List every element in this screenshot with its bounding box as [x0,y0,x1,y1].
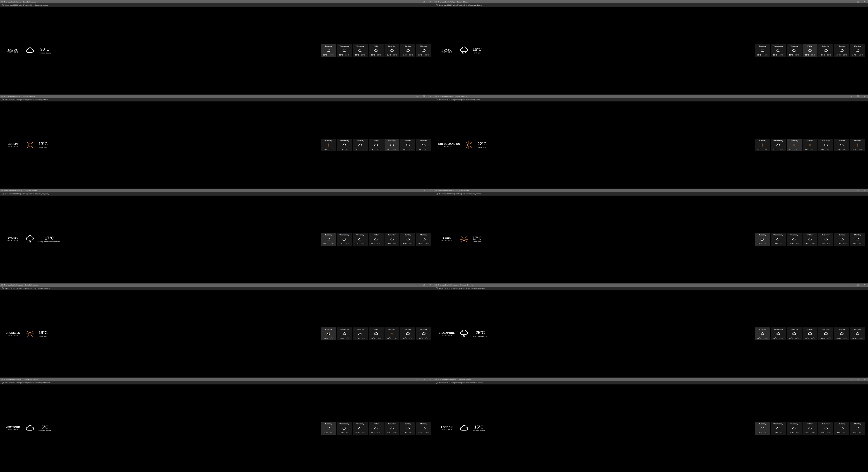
address-bar[interactable]: localhost:8000/Project3/project3.html?co… [434,287,868,290]
forecast-day[interactable]: Wednesday 31°C 28°C [337,44,352,57]
info-icon[interactable] [436,286,438,290]
window-titlebar[interactable]: The weather in NewYork - Google Chrome —… [0,378,434,381]
address-bar[interactable]: localhost:8000/Project3/project3.html?co… [434,98,868,101]
forecast-day[interactable]: Wednesday 15°C 12°C [771,44,786,57]
forecast-day[interactable]: Wednesday 22°C 15°C [337,233,352,246]
forecast-day[interactable]: Friday 12°C 9°C [803,422,817,435]
info-icon[interactable] [2,3,4,7]
forecast-day[interactable]: Sunday 17°C 11°C [400,422,415,435]
forecast-day[interactable]: Tuesday 30°C 25°C [755,327,770,340]
address-bar[interactable]: localhost:8000/Project3/project3.html?co… [0,192,434,196]
forecast-day[interactable]: Wednesday 18°C 9°C [771,233,786,246]
info-icon[interactable] [2,192,4,196]
forecast-day[interactable]: Tuesday 15°C 9°C [755,422,770,435]
forecast-day[interactable]: Thursday 25°C 20°C [787,139,802,151]
forecast-day[interactable]: Thursday 9°C 7°C [353,139,368,151]
forecast-day[interactable]: Sunday 14°C 10°C [834,233,849,246]
forecast-day[interactable]: Sunday 13°C 5°C [400,327,415,340]
forecast-day[interactable]: Friday 23°C 15°C [803,44,817,57]
minimize-button[interactable]: — [849,95,854,97]
info-icon[interactable] [2,97,4,101]
info-icon[interactable] [436,97,438,101]
maximize-button[interactable]: ☐ [855,95,861,97]
address-bar[interactable]: localhost:8000/Project3/project3.html?co… [434,192,868,196]
forecast-day[interactable]: Sunday 13°C 5°C [400,139,415,151]
minimize-button[interactable]: — [415,378,420,380]
forecast-day[interactable]: Sunday 24°C 18°C [834,44,849,57]
forecast-day[interactable]: Saturday 19°C 16°C [384,233,399,246]
window-titlebar[interactable]: The weather in Rio - Google Chrome — ☐ ✕ [434,95,868,98]
forecast-day[interactable]: Monday 31°C 28°C [416,44,431,57]
window-titlebar[interactable]: The weather in Singapore - Google Chrome… [434,283,868,287]
close-button[interactable]: ✕ [428,190,433,192]
forecast-day[interactable]: Saturday 25°C 18°C [818,44,833,57]
info-icon[interactable] [436,381,438,385]
forecast-day[interactable]: Wednesday 15°C 7°C [771,422,786,435]
forecast-day[interactable]: Monday 24°C 18°C [850,44,865,57]
address-bar[interactable]: localhost:8000/Project3/project3.html?co… [434,3,868,7]
forecast-day[interactable]: Thursday 15°C 8°C [353,422,368,435]
forecast-day[interactable]: Thursday 20°C 14°C [353,233,368,246]
address-bar[interactable]: localhost:8000/Project3/project3.html?co… [0,3,434,7]
forecast-day[interactable]: Tuesday 19°C 12°C [755,44,770,57]
forecast-day[interactable]: Tuesday 17°C 9°C [755,233,770,246]
forecast-day[interactable]: Wednesday 11°C 4°C [337,139,352,151]
minimize-button[interactable]: — [415,1,420,3]
address-bar[interactable]: localhost:8000/Project3/project3.html?co… [0,287,434,290]
maximize-button[interactable]: ☐ [855,190,861,192]
close-button[interactable]: ✕ [862,190,867,192]
forecast-day[interactable]: Thursday 17°C 6°C [353,327,368,340]
forecast-day[interactable]: Tuesday 25°C 19°C [755,139,770,151]
window-titlebar[interactable]: The weather in Tokyo - Google Chrome — ☐… [434,0,868,3]
address-bar[interactable]: localhost:8000/Project3/project3.html?co… [434,381,868,384]
minimize-button[interactable]: — [849,378,854,380]
minimize-button[interactable]: — [415,284,420,286]
close-button[interactable]: ✕ [428,95,433,97]
forecast-day[interactable]: Saturday 31°C 28°C [384,44,399,57]
maximize-button[interactable]: ☐ [421,190,427,192]
forecast-day[interactable]: Thursday 15°C 8°C [787,422,802,435]
forecast-day[interactable]: Friday 19°C 8°C [803,233,817,246]
close-button[interactable]: ✕ [862,284,867,286]
forecast-day[interactable]: Wednesday 13°C 5°C [337,422,352,435]
maximize-button[interactable]: ☐ [855,378,861,380]
forecast-day[interactable]: Friday 12°C 6°C [369,327,383,340]
minimize-button[interactable]: — [415,190,420,192]
forecast-day[interactable]: Friday 17°C 11°C [369,422,383,435]
address-bar[interactable]: localhost:8000/Project3/project3.html?co… [0,381,434,384]
forecast-day[interactable]: Sunday 31°C 28°C [400,44,415,57]
forecast-day[interactable]: Sunday 30°C 26°C [834,327,849,340]
forecast-day[interactable]: Tuesday 24°C 17°C [321,233,336,246]
forecast-day[interactable]: Wednesday 25°C 20°C [771,139,786,151]
forecast-day[interactable]: Monday 13°C 8°C [416,327,431,340]
forecast-day[interactable]: Saturday 29°C 22°C [818,139,833,151]
minimize-button[interactable]: — [849,1,854,3]
maximize-button[interactable]: ☐ [421,378,427,380]
address-bar[interactable]: localhost:8000/Project3/project3.html?co… [0,98,434,101]
close-button[interactable]: ✕ [428,1,433,3]
window-titlebar[interactable]: The weather in Paris - Google Chrome — ☐… [434,189,868,192]
forecast-day[interactable]: Monday 19°C 18°C [416,233,431,246]
maximize-button[interactable]: ☐ [855,1,861,3]
info-icon[interactable] [2,286,4,290]
info-icon[interactable] [436,3,438,7]
forecast-day[interactable]: Monday 29°C 22°C [850,139,865,151]
forecast-day[interactable]: Wednesday 31°C 26°C [771,327,786,340]
close-button[interactable]: ✕ [862,378,867,380]
forecast-day[interactable]: Thursday 19°C 13°C [787,44,802,57]
forecast-day[interactable]: Saturday 17°C 12°C [818,233,833,246]
window-titlebar[interactable]: The weather in London - Google Chrome — … [434,378,868,381]
forecast-day[interactable]: Saturday 30°C 26°C [818,327,833,340]
close-button[interactable]: ✕ [862,1,867,3]
info-icon[interactable] [2,381,4,385]
maximize-button[interactable]: ☐ [855,284,861,286]
window-titlebar[interactable]: The weather in Sydney - Google Chrome — … [0,189,434,192]
maximize-button[interactable]: ☐ [421,284,427,286]
maximize-button[interactable]: ☐ [421,95,427,97]
forecast-day[interactable]: Thursday 29°C 26°C [787,327,802,340]
info-icon[interactable] [436,192,438,196]
forecast-day[interactable]: Friday 30°C 28°C [369,44,383,57]
close-button[interactable]: ✕ [428,378,433,380]
forecast-day[interactable]: Thursday 30°C 25°C [353,44,368,57]
forecast-day[interactable]: Friday 29°C 20°C [803,139,817,151]
